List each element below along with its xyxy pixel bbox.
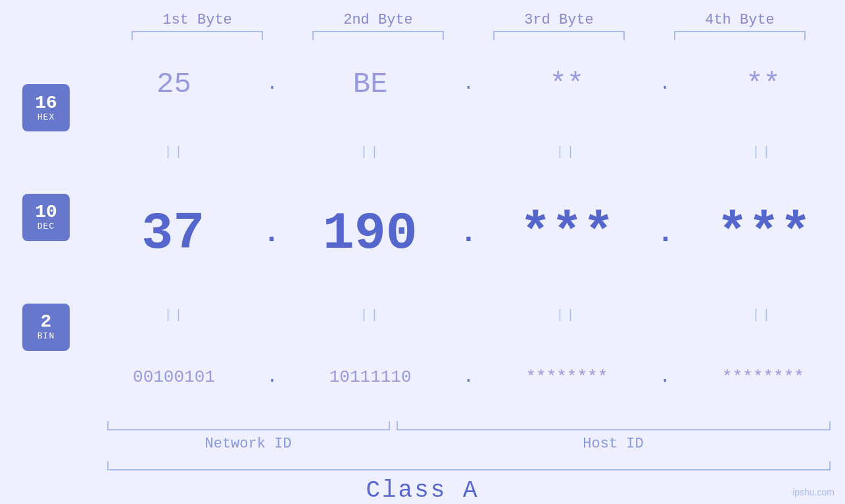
hex-badge-text: HEX — [37, 112, 55, 122]
bracket-4 — [674, 31, 806, 40]
dec-dot-1: . — [263, 217, 280, 250]
hex-dot-1: . — [266, 74, 278, 94]
bin-val-1: 00100101 — [133, 367, 215, 387]
bin-val-2: 10111110 — [329, 367, 412, 387]
hex-val-1: 25 — [157, 68, 191, 101]
bracket-3 — [493, 31, 625, 40]
hex-cell-4: ** — [691, 68, 836, 101]
dec-badge-text: DEC — [37, 221, 55, 231]
hex-cell-2: BE — [298, 68, 443, 101]
dec-cell-1: 37 — [101, 204, 245, 263]
sep-row-1: || || || || — [92, 142, 845, 162]
hex-cell-1: 25 — [101, 68, 246, 101]
dec-badge-number: 10 — [35, 203, 57, 221]
bracket-1 — [132, 31, 263, 40]
hex-val-3: ** — [549, 68, 584, 101]
sep-4: || — [690, 145, 835, 160]
bin-val-4: ******** — [722, 367, 804, 387]
id-labels: Network ID Host ID — [107, 436, 831, 452]
dec-cell-4: *** — [692, 204, 836, 263]
main-container: 1st Byte 2nd Byte 3rd Byte 4th Byte 16 H… — [0, 0, 845, 504]
byte-headers: 1st Byte 2nd Byte 3rd Byte 4th Byte — [107, 0, 831, 28]
bin-cell-2: 10111110 — [298, 367, 443, 387]
hex-cell-3: ** — [495, 68, 639, 101]
hex-val-4: ** — [746, 68, 781, 101]
badge-column: 16 HEX 10 DEC 2 BIN — [0, 47, 92, 421]
sep-6: || — [299, 308, 443, 323]
hex-dot-2: . — [463, 74, 474, 94]
host-id-label: Host ID — [397, 436, 831, 452]
network-id-bracket — [107, 421, 390, 430]
dec-dot-2: . — [460, 217, 477, 250]
content-area: 16 HEX 10 DEC 2 BIN 25 . BE — [0, 47, 845, 421]
dec-val-4: *** — [717, 204, 811, 263]
network-id-label: Network ID — [107, 436, 390, 452]
host-id-bracket — [397, 421, 831, 430]
class-row: Class A — [0, 477, 845, 504]
dec-badge: 10 DEC — [22, 194, 70, 241]
hex-val-2: BE — [353, 68, 388, 101]
dec-val-1: 37 — [141, 204, 205, 263]
dec-row: 37 . 190 . *** . *** — [92, 204, 845, 263]
dec-cell-3: *** — [495, 204, 639, 263]
dec-cell-2: 190 — [298, 204, 443, 263]
bottom-bracket-section: Network ID Host ID — [107, 421, 831, 452]
byte-label-4: 4th Byte — [661, 12, 819, 28]
sep-3: || — [495, 145, 639, 160]
hex-badge: 16 HEX — [22, 84, 70, 131]
bin-badge-number: 2 — [41, 313, 52, 331]
dec-dot-3: . — [657, 217, 674, 250]
sep-1: || — [103, 145, 247, 160]
class-bracket — [107, 461, 831, 470]
bin-cell-4: ******** — [691, 367, 836, 387]
top-brackets — [107, 31, 831, 40]
hex-dot-3: . — [660, 74, 671, 94]
data-grid: 25 . BE . ** . ** || || — [92, 47, 845, 421]
bin-dot-1: . — [266, 367, 278, 387]
byte-label-2: 2nd Byte — [299, 12, 457, 28]
bottom-brackets — [107, 421, 831, 430]
watermark: ipshu.com — [792, 487, 834, 497]
hex-row: 25 . BE . ** . ** — [92, 68, 845, 101]
sep-7: || — [495, 308, 639, 323]
bracket-2 — [312, 31, 444, 40]
bin-badge-text: BIN — [37, 331, 55, 341]
sep-8: || — [690, 308, 835, 323]
bin-dot-2: . — [463, 367, 474, 387]
hex-badge-number: 16 — [35, 94, 57, 112]
byte-label-3: 3rd Byte — [480, 12, 638, 28]
dec-val-3: *** — [519, 204, 614, 263]
bin-row: 00100101 . 10111110 . ******** . *******… — [92, 367, 845, 387]
bin-val-3: ******** — [525, 367, 608, 387]
bin-cell-1: 00100101 — [101, 367, 246, 387]
sep-5: || — [103, 308, 247, 323]
bin-badge: 2 BIN — [22, 304, 70, 351]
sep-2: || — [299, 145, 443, 160]
class-label: Class A — [366, 477, 479, 504]
bin-dot-3: . — [660, 367, 671, 387]
bin-cell-3: ******** — [495, 367, 639, 387]
dec-val-2: 190 — [323, 204, 418, 263]
byte-label-1: 1st Byte — [118, 12, 276, 28]
sep-row-2: || || || || — [92, 306, 845, 325]
